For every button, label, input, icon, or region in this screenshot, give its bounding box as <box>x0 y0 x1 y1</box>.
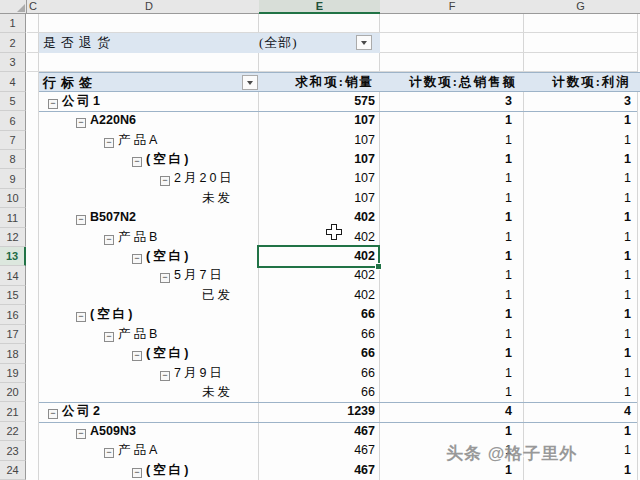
row-header-16[interactable]: 16 <box>0 305 26 325</box>
cell-D12[interactable]: −产品B <box>39 228 259 247</box>
collapse-button[interactable]: − <box>104 332 114 342</box>
cell-F11[interactable]: 1 <box>380 208 512 227</box>
cell-F7[interactable]: 1 <box>380 131 512 150</box>
cell-F5[interactable]: 3 <box>380 92 512 111</box>
cell-E23[interactable]: 467 <box>259 441 375 460</box>
row-header-8[interactable]: 8 <box>0 150 26 169</box>
cell-D7[interactable]: −产品A <box>39 131 259 150</box>
cell-G13[interactable]: 1 <box>524 247 631 266</box>
cell-G14[interactable]: 1 <box>524 266 631 285</box>
collapse-button[interactable]: − <box>48 409 58 419</box>
row-header-9[interactable]: 9 <box>0 169 26 189</box>
cell-F17[interactable]: 1 <box>380 325 512 344</box>
cell-G17[interactable]: 1 <box>524 325 631 344</box>
collapse-button[interactable]: − <box>76 118 86 128</box>
row-header-13[interactable]: 13 <box>0 247 26 266</box>
filter-dropdown-button[interactable] <box>356 35 372 50</box>
row-header-24[interactable]: 24 <box>0 461 26 480</box>
row-header-12[interactable]: 12 <box>0 228 26 247</box>
row-header-5[interactable]: 5 <box>0 92 26 111</box>
cell-G12[interactable]: 1 <box>524 228 631 247</box>
cell-D10[interactable]: 未发 <box>39 189 259 208</box>
cell-G20[interactable]: 1 <box>524 383 631 402</box>
cell-E8[interactable]: 107 <box>259 150 375 169</box>
cell-F20[interactable]: 1 <box>380 383 512 402</box>
cell-D19[interactable]: −7月9日 <box>39 364 259 383</box>
cell-D14[interactable]: −5月7日 <box>39 266 259 285</box>
collapse-button[interactable]: − <box>132 468 142 478</box>
cell-E7[interactable]: 107 <box>259 131 375 150</box>
cell-F13[interactable]: 1 <box>380 247 512 266</box>
cell-G8[interactable]: 1 <box>524 150 631 169</box>
cell-E11[interactable]: 402 <box>259 208 375 227</box>
cell-E18[interactable]: 66 <box>259 344 375 363</box>
row-header-23[interactable]: 23 <box>0 441 26 461</box>
collapse-button[interactable]: − <box>104 235 114 245</box>
collapse-button[interactable]: − <box>160 273 170 283</box>
cell-F10[interactable]: 1 <box>380 189 512 208</box>
row-header-22[interactable]: 22 <box>0 422 26 441</box>
row-header-4[interactable]: 4 <box>0 72 26 92</box>
cell-D21[interactable]: −公司2 <box>39 402 259 421</box>
cell-F12[interactable]: 1 <box>380 228 512 247</box>
row-header-14[interactable]: 14 <box>0 266 26 286</box>
cell-G15[interactable]: 1 <box>524 286 631 305</box>
row-header-2[interactable]: 2 <box>0 33 26 53</box>
cell-D13[interactable]: −(空白) <box>39 247 259 266</box>
cell-E15[interactable]: 402 <box>259 286 375 305</box>
cell-D16[interactable]: −(空白) <box>39 305 259 324</box>
column-header-G[interactable]: G <box>524 0 638 14</box>
row-header-1[interactable]: 1 <box>0 14 26 33</box>
cell-D11[interactable]: −B507N2 <box>39 208 259 227</box>
cell-E10[interactable]: 107 <box>259 189 375 208</box>
cell-E19[interactable]: 66 <box>259 364 375 383</box>
cell-F21[interactable]: 4 <box>380 402 512 421</box>
value-header-count-profit[interactable]: 计数项:利润 <box>524 74 631 91</box>
cell-E14[interactable]: 402 <box>259 266 375 285</box>
collapse-button[interactable]: − <box>76 429 86 439</box>
cell-D18[interactable]: −(空白) <box>39 344 259 363</box>
row-header-19[interactable]: 19 <box>0 364 26 383</box>
column-header-F[interactable]: F <box>380 0 525 14</box>
collapse-button[interactable]: − <box>132 351 142 361</box>
column-header-D[interactable]: D <box>39 0 260 14</box>
row-header-11[interactable]: 11 <box>0 208 26 228</box>
row-header-7[interactable]: 7 <box>0 131 26 150</box>
cell-F15[interactable]: 1 <box>380 286 512 305</box>
collapse-button[interactable]: − <box>132 254 142 264</box>
cell-F18[interactable]: 1 <box>380 344 512 363</box>
cell-D17[interactable]: −产品B <box>39 325 259 344</box>
cell-F16[interactable]: 1 <box>380 305 512 324</box>
cell-D20[interactable]: 未发 <box>39 383 259 402</box>
cell-G22[interactable]: 1 <box>524 422 631 441</box>
cell-E21[interactable]: 1239 <box>259 402 375 421</box>
cell-G19[interactable]: 1 <box>524 364 631 383</box>
cell-G10[interactable]: 1 <box>524 189 631 208</box>
column-header-E[interactable]: E <box>259 0 381 14</box>
collapse-button[interactable]: − <box>104 448 114 458</box>
cell-D8[interactable]: −(空白) <box>39 150 259 169</box>
cell-D23[interactable]: −产品A <box>39 441 259 460</box>
value-header-count-total-sales[interactable]: 计数项:总销售额 <box>380 74 517 91</box>
row-header-10[interactable]: 10 <box>0 189 26 208</box>
cell-D24[interactable]: −(空白) <box>39 461 259 480</box>
cell-G9[interactable]: 1 <box>524 169 631 188</box>
row-header-18[interactable]: 18 <box>0 344 26 364</box>
row-header-15[interactable]: 15 <box>0 286 26 305</box>
cell-E22[interactable]: 467 <box>259 422 375 441</box>
select-all-corner[interactable] <box>0 0 27 14</box>
cell-F9[interactable]: 1 <box>380 169 512 188</box>
collapse-button[interactable]: − <box>132 157 142 167</box>
cell-G21[interactable]: 4 <box>524 402 631 421</box>
cell-D6[interactable]: −A220N6 <box>39 111 259 130</box>
cell-F6[interactable]: 1 <box>380 111 512 130</box>
cell-G16[interactable]: 1 <box>524 305 631 324</box>
cell-E20[interactable]: 66 <box>259 383 375 402</box>
cell-E6[interactable]: 107 <box>259 111 375 130</box>
cell-D22[interactable]: −A509N3 <box>39 422 259 441</box>
row-header-6[interactable]: 6 <box>0 111 26 131</box>
cell-G18[interactable]: 1 <box>524 344 631 363</box>
cell-G6[interactable]: 1 <box>524 111 631 130</box>
cell-E17[interactable]: 66 <box>259 325 375 344</box>
cell-F8[interactable]: 1 <box>380 150 512 169</box>
